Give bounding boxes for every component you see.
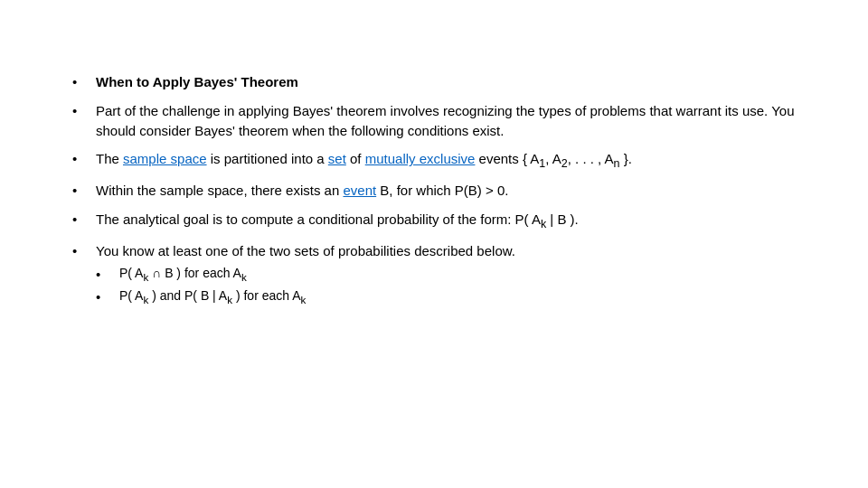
- sub-bullet-icon-1: •: [96, 265, 114, 284]
- sub-bullet-list: • P( Ak ∩ B ) for each Ak • P( Ak ) and …: [96, 265, 796, 307]
- link-event[interactable]: event: [343, 183, 376, 198]
- bullet-text-5: The analytical goal is to compute a cond…: [96, 210, 796, 232]
- sub-bullet-text-1: P( Ak ∩ B ) for each Ak: [119, 265, 796, 285]
- bullet-text-4: Within the sample space, there exists an…: [96, 181, 796, 201]
- sub-list-item-2: • P( Ak ) and P( B | Ak ) for each Ak: [96, 287, 796, 307]
- list-item-2: • Part of the challenge in applying Baye…: [72, 101, 796, 141]
- bullet-icon-1: •: [72, 72, 90, 92]
- link-set[interactable]: set: [328, 151, 346, 166]
- sub-bullet-icon-2: •: [96, 287, 114, 306]
- link-mutually-exclusive[interactable]: mutually exclusive: [365, 151, 476, 166]
- bullet-icon-4: •: [72, 181, 90, 201]
- sub-list-item-1: • P( Ak ∩ B ) for each Ak: [96, 265, 796, 285]
- bullet-text-6: You know at least one of the two sets of…: [96, 241, 796, 310]
- bullet-icon-5: •: [72, 210, 90, 230]
- list-item-1: • When to Apply Bayes' Theorem: [72, 72, 796, 92]
- list-item-6: • You know at least one of the two sets …: [72, 241, 796, 310]
- bullet-icon-3: •: [72, 149, 90, 169]
- bullet-icon-6: •: [72, 241, 90, 261]
- bullet-text-2: Part of the challenge in applying Bayes'…: [96, 101, 796, 141]
- link-sample-space[interactable]: sample space: [123, 151, 207, 166]
- content-area: • When to Apply Bayes' Theorem • Part of…: [72, 72, 796, 319]
- list-item-4: • Within the sample space, there exists …: [72, 181, 796, 201]
- list-item-5: • The analytical goal is to compute a co…: [72, 210, 796, 232]
- sub-bullet-text-2: P( Ak ) and P( B | Ak ) for each Ak: [119, 287, 796, 307]
- list-item-3: • The sample space is partitioned into a…: [72, 149, 796, 172]
- bullet-text-1: When to Apply Bayes' Theorem: [96, 72, 796, 92]
- bullet-icon-2: •: [72, 101, 90, 121]
- bullet-text-3: The sample space is partitioned into a s…: [96, 149, 796, 172]
- main-bullet-list: • When to Apply Bayes' Theorem • Part of…: [72, 72, 796, 310]
- slide-container: • When to Apply Bayes' Theorem • Part of…: [0, 0, 868, 488]
